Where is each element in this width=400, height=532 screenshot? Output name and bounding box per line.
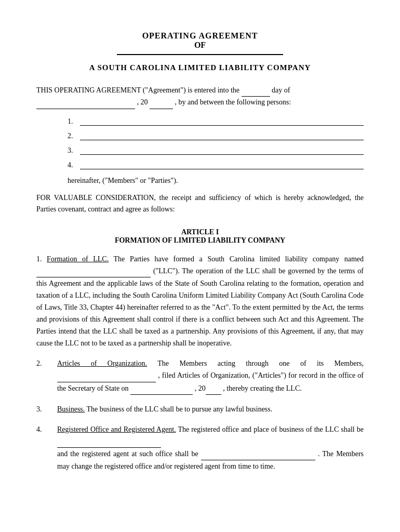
list-blank-4	[80, 160, 364, 169]
list-blank-3	[80, 145, 364, 155]
section2-label: Articles of Organization.	[57, 360, 147, 367]
section4-text2: and the registered agent at such office …	[57, 450, 201, 458]
section1-label: Formation of LLC.	[47, 255, 109, 263]
valuable-consideration-text: FOR VALUABLE CONSIDERATION, the receipt …	[36, 192, 364, 216]
list-number-4: 4.	[68, 161, 80, 169]
section2-blank1	[57, 369, 156, 382]
article1-header: ARTICLE I FORMATION OF LIMITED LIABILITY…	[36, 228, 364, 245]
intro-text3: , 20	[137, 98, 148, 106]
intro-blank-year	[150, 97, 173, 109]
section3-text: The business of the LLC shall be to purs…	[87, 405, 273, 413]
section1-text2: ("LLC"). The operation of the LLC shall …	[36, 267, 364, 348]
document-title-line2: OF	[36, 41, 364, 50]
section1-text1: The Parties have formed a South Carolina…	[114, 255, 364, 263]
section1-blank-name	[36, 265, 151, 277]
section2-content: Articles of Organization. The Members ac…	[57, 357, 364, 394]
list-item-1: 1.	[68, 116, 364, 126]
list-number-2: 2.	[68, 132, 80, 140]
list-item-4: 4.	[68, 160, 364, 169]
section4-blank1	[57, 435, 161, 448]
list-blank-1	[80, 116, 364, 126]
section3-label: Business.	[57, 405, 85, 413]
list-blank-2	[80, 131, 364, 140]
intro-text2: day of	[272, 86, 290, 94]
section4-text1: The registered office and place of busin…	[178, 425, 364, 433]
section3-business: 3. Business. The business of the LLC sha…	[36, 403, 364, 415]
section3-content: Business. The business of the LLC shall …	[57, 403, 364, 415]
section2-articles: 2. Articles of Organization. The Members…	[36, 357, 364, 394]
intro-text4: , by and between the following persons:	[175, 98, 291, 106]
section2-text4: , thereby creating the LLC.	[223, 384, 302, 392]
document-subtitle: A SOUTH CAROLINA LIMITED LIABILITY COMPA…	[36, 63, 364, 72]
section3-num: 3.	[36, 403, 57, 415]
section1-formation: 1. Formation of LLC. The Parties have fo…	[36, 253, 364, 350]
document-title-line1: OPERATING AGREEMENT	[36, 31, 364, 41]
intro-blank-date	[36, 97, 135, 109]
section4-label: Registered Office and Registered Agent.	[57, 425, 176, 433]
intro-text1: THIS OPERATING AGREEMENT ("Agreement") i…	[36, 86, 239, 94]
list-item-2: 2.	[68, 131, 364, 140]
article1-title: ARTICLE I	[36, 228, 364, 236]
section4-registered: 4. Registered Office and Registered Agen…	[36, 423, 364, 472]
section2-blank3	[206, 382, 221, 395]
members-list: 1. 2. 3. 4.	[68, 116, 364, 169]
section4-blank2	[201, 448, 315, 460]
article1-subtitle: FORMATION OF LIMITED LIABILITY COMPANY	[36, 236, 364, 245]
list-number-1: 1.	[68, 117, 80, 126]
section2-blank2	[130, 382, 193, 395]
intro-blank-day	[242, 85, 270, 97]
title-section: OPERATING AGREEMENT OF A SOUTH CAROLINA …	[36, 31, 364, 72]
section2-text1: The Members acting through one of its Me…	[157, 360, 364, 367]
section1-num: 1.	[36, 255, 47, 263]
section4-content: Registered Office and Registered Agent. …	[57, 423, 364, 472]
section2-num: 2.	[36, 357, 57, 394]
section2-text3: , 20	[195, 384, 206, 392]
title-divider	[117, 54, 283, 55]
intro-paragraph: THIS OPERATING AGREEMENT ("Agreement") i…	[36, 85, 364, 109]
hereinafter-text: hereinafter, ("Members" or "Parties").	[68, 177, 364, 185]
list-item-3: 3.	[68, 145, 364, 155]
list-number-3: 3.	[68, 147, 80, 155]
section4-num: 4.	[36, 423, 57, 472]
